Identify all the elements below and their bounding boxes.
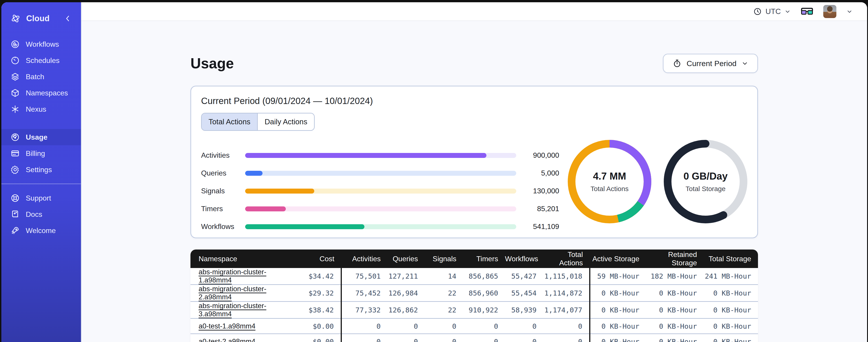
cell-cost: $38.42 xyxy=(297,302,341,318)
sidebar-item-billing[interactable]: Billing xyxy=(1,145,81,162)
sidebar-item-schedules[interactable]: Schedules xyxy=(1,52,81,69)
cell-queries: 126,984 xyxy=(388,285,425,302)
cell-timers: 910,922 xyxy=(463,302,505,318)
cell-activities: 0 xyxy=(341,334,388,342)
sidebar-item-docs[interactable]: Docs xyxy=(1,206,81,223)
column-header-signals: Signals xyxy=(425,249,463,268)
cell-total-storage: 0 KB-Hour xyxy=(704,334,758,342)
namespaces-icon xyxy=(10,88,20,98)
summary-donuts: 4.7 MMTotal Actions0 GB/DayTotal Storage xyxy=(568,140,747,223)
app-window: Cloud WorkflowsSchedulesBatchNamespacesN… xyxy=(1,2,867,342)
cell-workflows: 0 xyxy=(505,318,544,334)
bar-label: Signals xyxy=(201,187,245,195)
sidebar-item-settings[interactable]: Settings xyxy=(1,162,81,178)
sidebar-item-nexus[interactable]: Nexus xyxy=(1,101,81,117)
sidebar-item-label: Usage xyxy=(26,133,48,141)
sidebar-nav-account: UsageBillingSettings xyxy=(1,129,81,178)
sidebar-item-label: Docs xyxy=(26,210,42,218)
batch-icon xyxy=(10,72,20,81)
tab-total-actions[interactable]: Total Actions xyxy=(202,113,257,130)
chevron-down-icon xyxy=(742,60,748,67)
column-header-cost: Cost xyxy=(297,249,341,268)
bar-value: 5,000 xyxy=(523,169,559,177)
clock-icon xyxy=(753,7,762,16)
cell-total-actions: 1,114,872 xyxy=(544,285,590,302)
usage-icon xyxy=(10,132,20,142)
bar-row: Queries5,000 xyxy=(201,169,566,177)
sidebar-item-label: Nexus xyxy=(26,105,46,113)
cell-cost: $34.42 xyxy=(297,268,341,285)
column-header-active-storage: Active Storage xyxy=(590,249,646,268)
bar-label: Activities xyxy=(201,151,245,160)
cell-signals: 0 xyxy=(425,318,463,334)
actions-bar-chart: Activities900,000Queries5,000Signals130,… xyxy=(201,140,566,231)
cell-retained-storage: 0 KB-Hour xyxy=(646,334,704,342)
cell-active-storage: 0 KB-Hour xyxy=(590,334,646,342)
cell-signals: 0 xyxy=(425,334,463,342)
table-header-row: NamespaceCostActivitiesQueriesSignalsTim… xyxy=(190,249,758,268)
glasses-icon[interactable] xyxy=(801,7,813,16)
cell-total-storage: 0 KB-Hour xyxy=(704,285,758,302)
cell-queries: 0 xyxy=(388,334,425,342)
cell-workflows: 58,939 xyxy=(505,302,544,318)
sidebar-item-label: Settings xyxy=(26,166,52,174)
cell-retained-storage: 0 KB-Hour xyxy=(646,285,704,302)
namespace-link[interactable]: abs-migration-cluster-1.a98mm4 xyxy=(198,268,267,284)
actions-tabs: Total ActionsDaily Actions xyxy=(201,113,315,131)
sidebar-item-namespaces[interactable]: Namespaces xyxy=(1,85,81,101)
stopwatch-icon xyxy=(673,59,682,68)
cell-total-storage: 0 KB-Hour xyxy=(704,302,758,318)
cell-queries: 0 xyxy=(388,318,425,334)
bar-fill xyxy=(245,153,487,158)
sidebar-nav-primary: WorkflowsSchedulesBatchNamespacesNexus xyxy=(1,36,81,117)
bar-track xyxy=(245,189,516,194)
avatar[interactable] xyxy=(823,5,836,18)
sidebar-item-workflows[interactable]: Workflows xyxy=(1,36,81,52)
period-dropdown-button[interactable]: Current Period xyxy=(663,54,758,73)
donut-total-actions: 4.7 MMTotal Actions xyxy=(568,140,651,223)
bar-track xyxy=(245,224,516,229)
sidebar-collapse-button[interactable] xyxy=(64,14,72,23)
card-heading: Current Period (09/01/2024 — 10/01/2024) xyxy=(201,96,747,106)
cell-activities: 75,452 xyxy=(341,285,388,302)
cell-total-actions: 0 xyxy=(544,318,590,334)
namespace-link[interactable]: a0-test-1.a98mm4 xyxy=(198,322,255,330)
bar-row: Workflows541,109 xyxy=(201,223,566,231)
bar-track xyxy=(245,171,516,176)
sidebar-item-usage[interactable]: Usage xyxy=(1,129,81,145)
period-dropdown-label: Current Period xyxy=(687,59,737,68)
column-header-activities: Activities xyxy=(341,249,388,268)
bar-row: Activities900,000 xyxy=(201,151,566,160)
page-title: Usage xyxy=(190,55,234,72)
cell-retained-storage: 182 MB-Hour xyxy=(646,268,704,285)
chevron-down-icon xyxy=(784,8,791,15)
donut-total-storage: 0 GB/DayTotal Storage xyxy=(664,140,747,223)
tab-daily-actions[interactable]: Daily Actions xyxy=(257,113,314,130)
table-row: abs-migration-cluster-3.a98mm4 $38.42 77… xyxy=(190,302,758,318)
sidebar-nav-footer: SupportDocsWelcome xyxy=(1,190,81,239)
column-header-total-storage: Total Storage xyxy=(704,249,758,268)
chevron-left-icon xyxy=(64,14,72,23)
cell-cost: $0.00 xyxy=(297,318,341,334)
namespace-link[interactable]: abs-migration-cluster-2.a98mm4 xyxy=(198,285,267,301)
cell-active-storage: 0 KB-Hour xyxy=(590,302,646,318)
table-row: abs-migration-cluster-1.a98mm4 $34.42 75… xyxy=(190,268,758,285)
donut-value: 4.7 MM xyxy=(593,171,626,182)
namespace-link[interactable]: abs-migration-cluster-3.a98mm4 xyxy=(198,302,267,318)
donut-label: Total Actions xyxy=(591,185,628,193)
bar-fill xyxy=(245,206,286,211)
sidebar-item-label: Schedules xyxy=(26,57,59,65)
namespace-link[interactable]: a0-test-2.a98mm4 xyxy=(198,338,255,342)
sidebar-item-label: Billing xyxy=(26,149,45,158)
sidebar-item-label: Batch xyxy=(26,73,44,81)
content: Usage Current Period Current Period (09/… xyxy=(81,21,867,342)
column-header-namespace: Namespace xyxy=(190,249,297,268)
bar-track xyxy=(245,153,516,158)
billing-icon xyxy=(10,149,20,158)
user-menu-chevron-icon[interactable] xyxy=(846,8,852,15)
sidebar-item-support[interactable]: Support xyxy=(1,190,81,206)
sidebar-item-welcome[interactable]: Welcome xyxy=(1,223,81,239)
timezone-button[interactable]: UTC xyxy=(753,7,791,16)
cell-workflows: 55,454 xyxy=(505,285,544,302)
sidebar-item-batch[interactable]: Batch xyxy=(1,69,81,85)
